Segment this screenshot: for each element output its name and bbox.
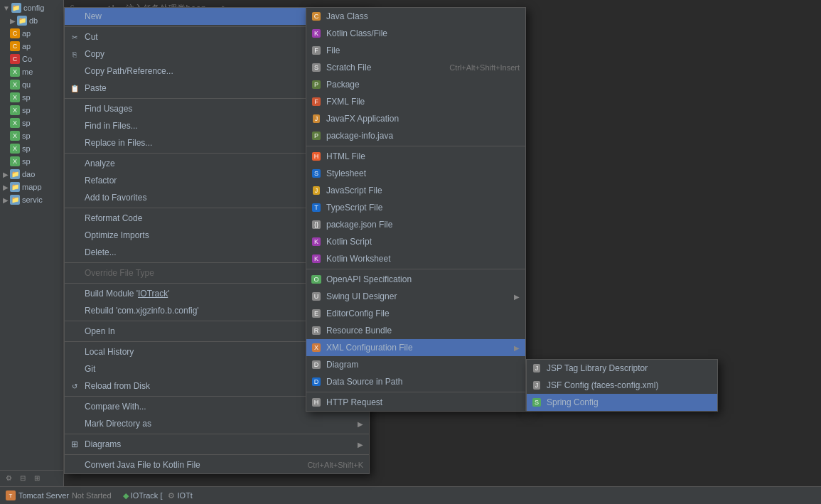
submenu-item-js[interactable]: J JavaScript File <box>306 182 525 199</box>
menu-item-delete-label: Delete... <box>85 247 326 257</box>
server-status-text: Not Started <box>72 491 112 500</box>
submenu-new: C Java Class K Kotlin Class/File F File … <box>306 7 526 412</box>
submenu-item-swing[interactable]: U Swing UI Designer ▶ <box>306 288 525 305</box>
tree-item-sp5[interactable]: X sp <box>0 142 63 155</box>
tree-label: sp <box>22 144 31 153</box>
submenu-item-resource-bundle-label: Resource Bundle <box>326 326 520 336</box>
tree-item-co[interactable]: C Co <box>0 53 63 65</box>
sidebar-toolbar: ⚙ ⊟ ⊞ <box>0 470 64 486</box>
tree-item-db[interactable]: ▶ 📁 db <box>0 14 63 27</box>
editorconfig-icon: E <box>311 308 322 319</box>
submenu-item-file[interactable]: F File <box>306 42 525 59</box>
submenu-item-scratch[interactable]: S Scratch File Ctrl+Alt+Shift+Insert <box>306 59 525 76</box>
file-type-icon: F <box>311 45 322 56</box>
submenu-item-http[interactable]: H HTTP Request <box>306 394 525 411</box>
file-icon: C <box>10 54 20 64</box>
tree-item-ap2[interactable]: C ap <box>0 40 63 53</box>
submenu-item-openapi[interactable]: O OpenAPI Specification <box>306 271 525 288</box>
submenu-item-kts[interactable]: K Kotlin Script <box>306 233 525 250</box>
tree-item-ap1[interactable]: C ap <box>0 27 63 40</box>
menu-item-reformat-label: Reformat Code <box>85 213 314 223</box>
menu-item-mark-dir-label: Mark Directory as <box>85 419 355 429</box>
submenu-item-file-label: File <box>326 45 520 55</box>
submenu-xml-item-jsf-label: JSF Config (faces-config.xml) <box>547 380 712 390</box>
submenu-item-package[interactable]: P Package <box>306 76 525 93</box>
menu-item-find-usages-label: Find Usages <box>85 104 326 114</box>
tree-item-qu[interactable]: X qu <box>0 78 63 91</box>
tree-item-sp6[interactable]: X sp <box>0 155 63 168</box>
tree-item-config[interactable]: ▼ 📁 config <box>0 1 63 14</box>
file-icon: X <box>10 67 20 77</box>
diagram-file-icon: D <box>311 359 322 370</box>
submenu-item-openapi-label: OpenAPI Specification <box>326 274 520 284</box>
tree-item-sp3[interactable]: X sp <box>0 117 63 129</box>
submenu-item-javafx[interactable]: J JavaFX Application <box>306 110 525 127</box>
submenu-item-datasource[interactable]: D Data Source in Path <box>306 373 525 390</box>
tree-item-me[interactable]: X me <box>0 65 63 78</box>
settings-icon[interactable]: ⚙ <box>3 473 14 484</box>
submenu-item-css[interactable]: S Stylesheet <box>306 165 525 182</box>
separator <box>65 454 369 455</box>
js-icon: J <box>311 185 322 196</box>
submenu-item-diagram-label: Diagram <box>326 360 520 370</box>
submenu-item-html[interactable]: H HTML File <box>306 148 525 165</box>
menu-item-optimize-label: Optimize Imports <box>85 230 313 240</box>
submenu-item-json[interactable]: {} package.json File <box>306 216 525 233</box>
submenu-item-ktws[interactable]: K Kotlin Worksheet <box>306 250 525 267</box>
file-icon: X <box>10 131 20 141</box>
submenu-item-css-label: Stylesheet <box>326 168 520 178</box>
separator <box>306 392 525 392</box>
submenu-item-diagram[interactable]: D Diagram <box>306 356 525 373</box>
submenu-item-java-class[interactable]: C Java Class <box>306 8 525 25</box>
tree-arrow: ▶ <box>3 171 9 178</box>
tree-label: sp <box>22 157 31 166</box>
tree-item-servic[interactable]: ▶ 📁 servic <box>0 193 63 206</box>
tree-item-sp1[interactable]: X sp <box>0 91 63 104</box>
menu-item-mark-dir[interactable]: Mark Directory as ▶ <box>65 415 369 432</box>
submenu-item-editorconfig[interactable]: E EditorConfig File <box>306 305 525 322</box>
submenu-item-package-label: Package <box>326 80 520 90</box>
submenu-item-resource-bundle[interactable]: R Resource Bundle <box>306 322 525 339</box>
javafx-icon: J <box>311 113 322 124</box>
submenu-xml-item-spring[interactable]: S Spring Config <box>527 394 717 411</box>
submenu-item-xml-config-label: XML Configuration File <box>326 343 511 353</box>
tree-arrow: ▼ <box>3 4 10 12</box>
folder-icon: 📁 <box>10 169 20 179</box>
menu-item-diagrams[interactable]: ⊞ Diagrams ▶ <box>65 436 369 453</box>
diagram-icon: ⊞ <box>69 439 80 450</box>
pkg-info-icon: P <box>311 130 322 141</box>
file-icon: X <box>10 118 20 128</box>
tree-label: sp <box>22 132 31 140</box>
submenu-item-ts[interactable]: T TypeScript File <box>306 199 525 216</box>
file-icon: X <box>10 156 20 166</box>
menu-item-copy-label: Copy <box>85 49 327 59</box>
tree-item-sp4[interactable]: X sp <box>0 129 63 142</box>
tree-item-mapp[interactable]: ▶ 📁 mapp <box>0 181 63 193</box>
submenu-xml-item-jsf[interactable]: J JSF Config (faces-config.xml) <box>527 377 717 394</box>
submenu-item-fxml[interactable]: F FXML File <box>306 93 525 110</box>
submenu-arrow-icon: ▶ <box>358 441 363 449</box>
menu-item-convert-java-label: Convert Java File to Kotlin File <box>85 460 293 470</box>
tree-item-dao[interactable]: ▶ 📁 dao <box>0 168 63 181</box>
tree-label: servic <box>22 195 43 204</box>
submenu-item-kotlin[interactable]: K Kotlin Class/File <box>306 25 525 42</box>
project-label2-text: IOTt <box>178 491 193 500</box>
tree-item-sp2[interactable]: X sp <box>0 104 63 117</box>
menu-item-convert-java[interactable]: Convert Java File to Kotlin File Ctrl+Al… <box>65 456 369 473</box>
filter-icon[interactable]: ⊟ <box>17 473 28 484</box>
submenu-xml-item-jsp[interactable]: J JSP Tag Library Descriptor <box>527 360 717 377</box>
submenu-xml-item-jsp-label: JSP Tag Library Descriptor <box>547 363 712 373</box>
openapi-icon: O <box>311 274 322 285</box>
submenu-item-ktws-label: Kotlin Worksheet <box>326 254 520 264</box>
collapse-icon[interactable]: ⊞ <box>31 473 43 484</box>
tree-label: Co <box>22 55 32 63</box>
kotlin-icon: K <box>311 28 322 39</box>
submenu-item-pkg-info[interactable]: P package-info.java <box>306 127 525 144</box>
cut-icon: ✂ <box>69 31 80 43</box>
server-icon: T <box>6 490 16 500</box>
submenu-item-xml-config[interactable]: X XML Configuration File ▶ <box>306 339 525 356</box>
tree-label: sp <box>22 119 31 127</box>
submenu-item-scratch-label: Scratch File <box>326 63 435 73</box>
scratch-icon: S <box>311 62 322 73</box>
separator <box>306 146 525 146</box>
